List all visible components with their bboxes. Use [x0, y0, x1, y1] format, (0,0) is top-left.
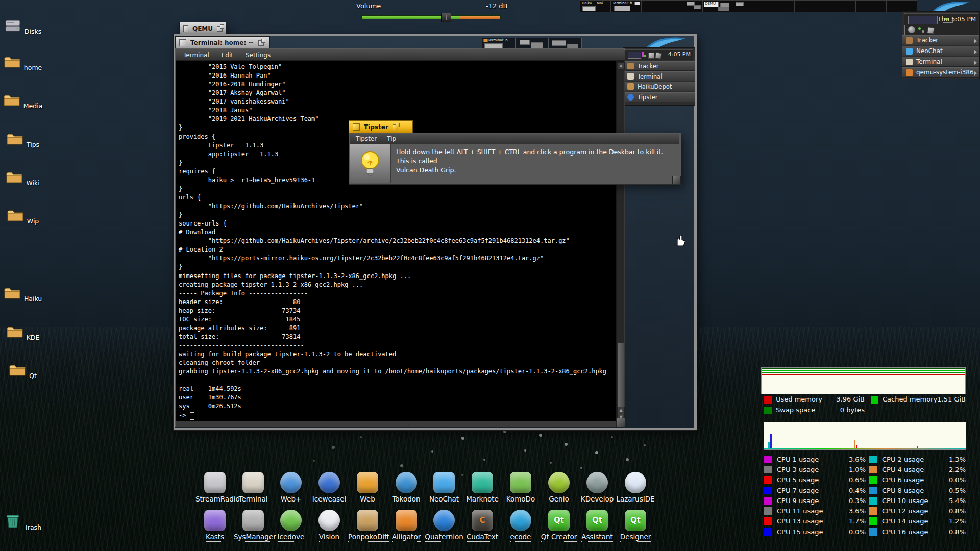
qemu-window-tab[interactable]: QEMU [179, 22, 226, 34]
desktop-icon-kde[interactable]: KDE [0, 323, 45, 342]
workspace-cell-7[interactable] [764, 0, 795, 12]
tipster-window-tab[interactable]: Tipster [349, 120, 413, 133]
ecode-icon [510, 510, 531, 531]
menu-edit[interactable]: Edit [222, 52, 233, 59]
mini-window [614, 6, 630, 11]
desktop-icon-qt[interactable]: Qt [0, 362, 45, 380]
dock-item-terminal[interactable]: Terminal [234, 472, 273, 504]
desktop-icon-trash[interactable]: Trash [0, 512, 45, 532]
desktop-icon-tips[interactable]: Tips [0, 131, 45, 149]
dock-item-alligator[interactable]: Alligator [387, 510, 426, 542]
dock-item-icedove[interactable]: Icedove [272, 510, 310, 542]
resize-corner[interactable] [672, 176, 681, 184]
zoom-button[interactable] [393, 123, 400, 131]
workspace-cell-3[interactable] [642, 0, 672, 12]
network-status-icon[interactable] [922, 30, 924, 33]
workspace-cell-6[interactable] [733, 0, 764, 12]
package-cube-icon[interactable] [927, 27, 935, 34]
neochat-icon [906, 48, 913, 55]
desktop-icon-disks[interactable]: Disks [0, 17, 45, 36]
dock-item-vision[interactable]: Vision [310, 510, 349, 542]
workspace-cell-8[interactable] [795, 0, 825, 12]
workspaces-replicant[interactable] [908, 16, 938, 24]
scroll-up-arrow[interactable]: ▲ [617, 62, 625, 70]
dock-item-kdevelop[interactable]: KDevelop [578, 472, 617, 504]
dock-item-tokodon[interactable]: Tokodon [387, 472, 426, 504]
vm-deskbar-item-haikudepot[interactable]: HaikuDepot [624, 82, 695, 91]
dock-item-komodo[interactable]: KomoDo [501, 472, 540, 504]
desktop-icon-wiki[interactable]: Wiki [0, 169, 45, 187]
alligator-icon [396, 510, 417, 531]
zoom-button[interactable] [258, 39, 266, 46]
dock-item-webplus[interactable]: Web+ [272, 472, 310, 504]
workspace-cell-10[interactable] [856, 0, 887, 12]
vm-deskbar-item-tracker[interactable]: Tracker [624, 61, 695, 71]
mini-window-title: Haiku [582, 1, 592, 5]
desktop-icon-home[interactable]: home [0, 54, 45, 72]
vm-deskbar-item-label: HaikuDepot [638, 83, 672, 90]
deskbar-item-qemu[interactable]: qemu-system-i386 [902, 67, 979, 78]
menu-tipster[interactable]: Tipster [356, 135, 377, 142]
deskbar-item-tracker[interactable]: Tracker [902, 35, 979, 45]
zoom-button[interactable] [217, 24, 222, 32]
dock-item-qtcreator[interactable]: QtQt Creator [540, 510, 578, 542]
mini-window [483, 39, 488, 42]
vm-cube-icon[interactable] [648, 53, 654, 59]
workspace-cell-1[interactable]: Haiku Mai.. [580, 0, 611, 12]
dock-item-quaternion[interactable]: Quaternion [425, 510, 463, 542]
menu-terminal[interactable]: Terminal [183, 52, 209, 59]
vm-cube-icon-2[interactable] [655, 52, 662, 59]
dock-item-lazarus[interactable]: LazarusIDE [616, 472, 655, 504]
dock-item-ponpokodiff[interactable]: PonpokoDiff [348, 510, 387, 542]
close-button[interactable] [353, 123, 360, 131]
menu-tip[interactable]: Tip [387, 135, 396, 142]
desktop-icon-media[interactable]: Media [0, 92, 45, 110]
cpu-swatch [869, 486, 877, 495]
vm-workspaces-replicant[interactable] [628, 52, 641, 59]
dock-item-genio[interactable]: Genio [540, 472, 578, 504]
dock-item-neochat[interactable]: NeoChat [425, 472, 463, 504]
dock-item-web[interactable]: Web [348, 472, 387, 504]
dock-item-ecode[interactable]: ecode [501, 510, 540, 542]
terminal-icon [242, 472, 264, 493]
process-controller-icon[interactable] [918, 27, 921, 30]
close-button[interactable] [179, 39, 186, 46]
volume-slider-knob[interactable] [441, 13, 451, 22]
resize-corner[interactable] [616, 418, 625, 427]
workspace-cell-9[interactable] [825, 0, 856, 12]
cpu-row: CPU 14 usage1.2% [869, 516, 966, 527]
power-plug-icon[interactable] [908, 26, 915, 33]
deskbar-clock[interactable]: Thu 5:05 PM [938, 16, 976, 23]
tracker-icon [627, 63, 634, 69]
dock-item-assistant[interactable]: QtAssistant [578, 510, 617, 542]
terminal-window-tab[interactable]: Terminal: home: -- [175, 36, 270, 48]
scrollbar-thumb[interactable] [618, 342, 624, 409]
desktop-icon-haiku[interactable]: Haiku [0, 285, 45, 303]
deskbar-item-terminal[interactable]: Terminal [902, 57, 979, 67]
terminal-menubar: Terminal Edit Settings [176, 49, 625, 61]
dock-item-sysmanager[interactable]: SysManager [234, 510, 273, 542]
dock-item-cudatext[interactable]: CCudaText [463, 510, 502, 542]
close-button[interactable] [183, 25, 188, 32]
terminal-output[interactable]: "2015 Vale Tolpegin" "2016 Hannah Pan" "… [176, 61, 616, 421]
scroll-up-arrow-2[interactable]: ▲ [617, 407, 625, 414]
dock-item-designer[interactable]: QtDesigner [616, 510, 655, 542]
dock-item-marknote[interactable]: Marknote [463, 472, 502, 504]
workspace-cell-4[interactable] [672, 0, 703, 12]
desktop-icon-wip[interactable]: Wip [0, 207, 45, 226]
vm-deskbar-clock[interactable]: 4:05 PM [668, 51, 691, 58]
workspace-cell-2[interactable]: Terminal: h... [611, 0, 642, 12]
terminal-scrollbar[interactable]: ▲ ▲ ▼ [616, 61, 624, 421]
vm-deskbar-item-terminal[interactable]: Terminal [624, 71, 695, 81]
dock-item-iceweasel[interactable]: Iceweasel [310, 472, 349, 504]
vm-deskbar-item-tipster[interactable]: Tipster [624, 92, 695, 102]
workspace-cell-5[interactable]: QEMU [703, 0, 733, 12]
vm-process-controller-icon[interactable] [642, 52, 644, 57]
dock-item-streamradio[interactable]: StreamRadio [195, 472, 234, 504]
deskbar-item-neochat[interactable]: NeoChat [902, 46, 979, 56]
volume-slider-overdrive[interactable] [460, 15, 501, 19]
cpu-row: CPU 13 usage1.7% [764, 516, 866, 527]
dock-item-kasts[interactable]: Kasts [195, 510, 234, 542]
workspace-cell-11[interactable] [887, 0, 917, 12]
menu-settings[interactable]: Settings [246, 52, 271, 59]
